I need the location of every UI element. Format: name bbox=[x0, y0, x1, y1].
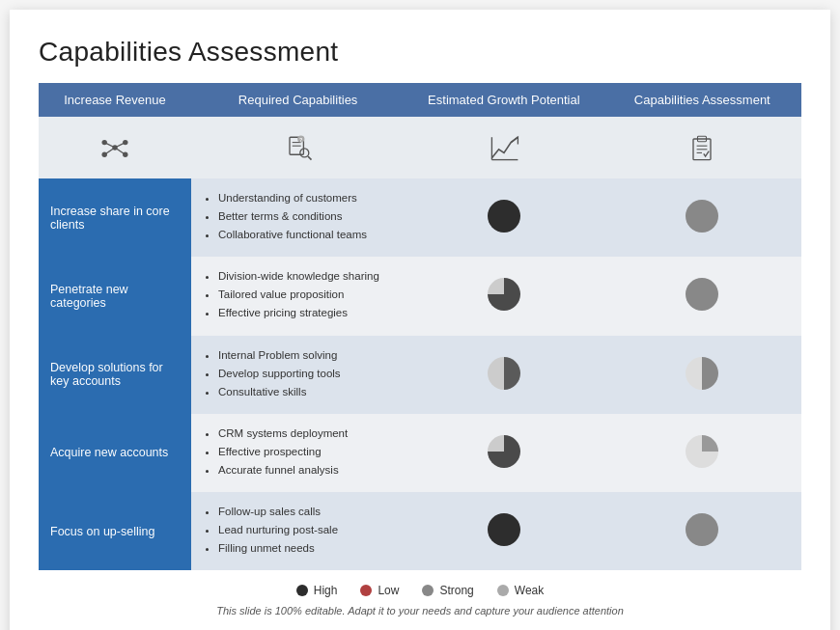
icon-cell-3 bbox=[405, 117, 602, 178]
page-title: Capabilities Assessment bbox=[39, 37, 801, 68]
legend-item-low: Low bbox=[360, 584, 399, 597]
row-capabilities-2: Division-wide knowledge sharing Tailored… bbox=[191, 257, 405, 335]
table-row: Acquire new accounts CRM systems deploym… bbox=[39, 414, 801, 492]
growth-indicator-4 bbox=[488, 435, 520, 468]
row-growth-1 bbox=[405, 178, 602, 257]
legend-dot-high bbox=[296, 585, 308, 596]
growth-indicator-1 bbox=[488, 200, 520, 233]
header-col4: Capabilities Assessment bbox=[603, 83, 801, 117]
icon-cell-4 bbox=[603, 117, 801, 178]
main-table: Increase Revenue Required Capabilities E… bbox=[39, 83, 801, 570]
row-assessment-3 bbox=[603, 336, 801, 414]
svg-point-2 bbox=[123, 140, 127, 145]
svg-line-6 bbox=[115, 143, 126, 148]
row-label-3: Develop solutions for key accounts bbox=[39, 336, 191, 414]
row-growth-3 bbox=[405, 336, 602, 414]
svg-line-5 bbox=[104, 143, 115, 148]
assessment-indicator-3 bbox=[686, 357, 718, 390]
row-label-5: Focus on up-selling bbox=[39, 492, 191, 570]
growth-chart-icon bbox=[487, 130, 521, 165]
row-label-4: Acquire new accounts bbox=[39, 414, 191, 492]
svg-point-12 bbox=[299, 149, 308, 157]
research-icon: ? bbox=[281, 130, 316, 165]
table-row: Increase share in core clients Understan… bbox=[39, 178, 801, 257]
row-growth-5 bbox=[405, 492, 602, 570]
row-growth-4 bbox=[405, 414, 602, 492]
svg-line-13 bbox=[307, 156, 311, 160]
row-growth-2 bbox=[405, 257, 602, 335]
growth-indicator-3 bbox=[488, 357, 520, 390]
table-row: Penetrate new categories Division-wide k… bbox=[39, 257, 801, 335]
row-label-1: Increase share in core clients bbox=[39, 178, 191, 257]
legend-label-weak: Weak bbox=[515, 584, 544, 597]
footer-text: This slide is 100% editable. Adapt it to… bbox=[39, 605, 801, 616]
row-capabilities-1: Understanding of customers Better terms … bbox=[191, 178, 405, 257]
legend: High Low Strong Weak bbox=[39, 584, 801, 597]
row-label-2: Penetrate new categories bbox=[39, 257, 191, 335]
icon-row: ? bbox=[39, 117, 801, 178]
table-row: Focus on up-selling Follow-up sales call… bbox=[39, 492, 801, 570]
assessment-indicator-5 bbox=[686, 513, 718, 546]
legend-item-strong: Strong bbox=[422, 584, 473, 597]
header-row: Increase Revenue Required Capabilities E… bbox=[39, 83, 801, 117]
growth-indicator-2 bbox=[488, 278, 520, 311]
row-assessment-5 bbox=[603, 492, 801, 570]
legend-label-strong: Strong bbox=[439, 584, 473, 597]
svg-text:?: ? bbox=[298, 137, 301, 143]
legend-item-high: High bbox=[296, 584, 338, 597]
legend-label-high: High bbox=[314, 584, 338, 597]
assessment-indicator-4 bbox=[686, 435, 718, 468]
icon-cell-2: ? bbox=[191, 117, 405, 178]
header-col1: Increase Revenue bbox=[39, 83, 191, 117]
row-capabilities-5: Follow-up sales calls Lead nurturing pos… bbox=[191, 492, 405, 570]
clipboard-icon bbox=[685, 130, 719, 165]
slide: Capabilities Assessment Increase Revenue… bbox=[10, 10, 830, 630]
header-col2: Required Capabilities bbox=[191, 83, 405, 117]
network-icon bbox=[98, 130, 132, 165]
legend-dot-strong bbox=[422, 585, 434, 596]
svg-line-8 bbox=[115, 148, 126, 154]
header-col3: Estimated Growth Potential bbox=[405, 83, 602, 117]
legend-dot-weak bbox=[497, 585, 509, 596]
growth-indicator-5 bbox=[488, 513, 520, 546]
legend-label-low: Low bbox=[378, 584, 399, 597]
assessment-indicator-2 bbox=[686, 278, 718, 311]
row-assessment-1 bbox=[603, 178, 801, 257]
assessment-indicator-1 bbox=[686, 200, 718, 233]
row-assessment-4 bbox=[603, 414, 801, 492]
table-wrapper: Increase Revenue Required Capabilities E… bbox=[39, 83, 801, 570]
legend-item-weak: Weak bbox=[497, 584, 544, 597]
legend-dot-low bbox=[360, 585, 372, 596]
row-capabilities-4: CRM systems deployment Effective prospec… bbox=[191, 414, 405, 492]
icon-cell-1 bbox=[39, 117, 191, 178]
row-capabilities-3: Internal Problem solving Develop support… bbox=[191, 336, 405, 414]
row-assessment-2 bbox=[603, 257, 801, 335]
svg-line-7 bbox=[104, 148, 115, 154]
table-row: Develop solutions for key accounts Inter… bbox=[39, 336, 801, 414]
